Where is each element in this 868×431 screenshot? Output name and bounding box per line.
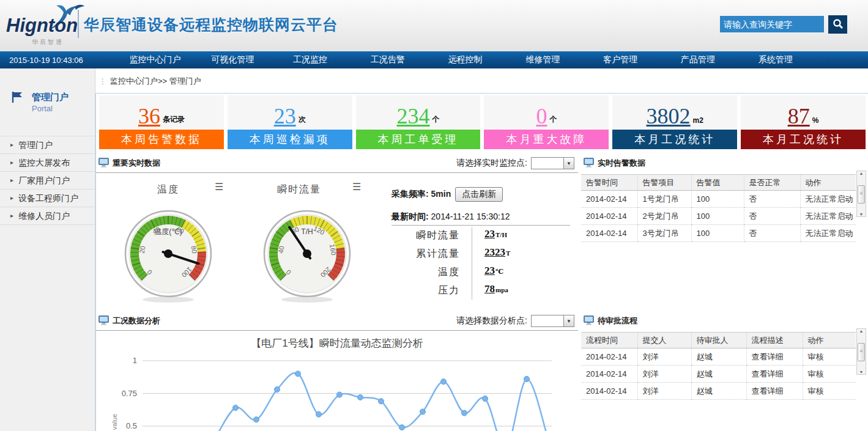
table-row: 2014-02-14 刘洋 赵城 查看详细 审核 [581,366,856,383]
refresh-button[interactable]: 点击刷新 [455,187,503,202]
sidebar-item-bigscreen[interactable]: ▸监控大屏发布 [0,154,95,172]
svg-text:value: value [111,414,118,430]
nav-item-visualization[interactable]: 可视化管理 [194,54,272,65]
reading-row: 瞬时流量 23T/H [391,226,575,245]
stat-value[interactable]: 36 [138,106,160,127]
nav-item-remote-control[interactable]: 远程控制 [426,54,504,65]
stat-card[interactable]: 36条记录 本周告警数据 [99,95,224,149]
analysis-panel-title: 工况数据分析 [113,312,160,330]
column-header: 动作 [800,175,856,191]
cell-alert-time: 2014-02-14 [581,225,637,242]
sidebar-item-engineer-portal[interactable]: ▸设备工程师门户 [0,190,95,207]
table-scrollbar[interactable]: ▲ ≡ ▼ [856,328,866,375]
gauge-temp-svg: 020406080100温度(℃) [116,202,220,306]
nav-item-maintenance[interactable]: 维修管理 [504,54,582,65]
stat-banner: 本周告警数据 [99,130,224,149]
chart-title: 【电厂1号线】瞬时流量动态监测分析 [96,336,578,350]
nav-item-condition-alarm[interactable]: 工况告警 [349,54,426,65]
stat-value[interactable]: 87 [788,106,810,127]
cell-alert-action: 无法正常启动 [800,225,856,242]
view-detail-link[interactable]: 查看详细 [746,348,803,366]
gauge-flow-svg: 04080120160200T/H [255,202,359,306]
scroll-down-icon[interactable]: ▼ [857,212,866,216]
cell-alert-value: 100 [691,225,744,242]
scroll-down-icon[interactable]: ▼ [857,370,866,374]
stat-card[interactable]: 87% 本月工况统计 [741,95,866,149]
stat-unit: 条记录 [163,114,185,125]
search-input[interactable] [720,16,824,32]
reading-value: 78mpa [484,283,508,295]
audit-link[interactable]: 审核 [803,366,856,383]
chevron-down-icon[interactable]: ▼ [563,157,574,169]
triangle-bullet-icon: ▸ [10,172,13,189]
sidebar-item-repair-portal[interactable]: ▸维修人员门户 [0,207,95,225]
clock-text: 2015-10-19 10:43:06 [0,56,116,65]
scrollbar-thumb[interactable]: ≡ [858,343,865,361]
readings-divider [391,225,570,226]
search-button[interactable] [828,15,847,34]
nav-item-product[interactable]: 产品管理 [659,54,736,65]
reading-label: 压力 [391,284,460,297]
stat-card[interactable]: 3802m2 本月工况统计 [612,95,737,149]
scroll-up-icon[interactable]: ▲ [857,171,866,175]
cell-approver: 赵城 [691,383,746,400]
stat-value[interactable]: 234 [397,106,430,127]
realtime-panel: 重要实时数据 请选择实时监控点: ▼ 温度 ☰ 瞬时流量 ☰ 020406080… [96,154,578,309]
column-header: 告警值 [691,175,744,191]
sidebar-item-vendor-portal[interactable]: ▸厂家用户门户 [0,172,95,190]
table-scrollbar[interactable]: ▲ ≡ ▼ [856,171,866,217]
audit-link[interactable]: 审核 [803,383,856,400]
sidebar: 管理门户 Portal ▸管理门户 ▸监控大屏发布 ▸厂家用户门户 ▸设备工程师… [0,68,95,431]
monitor-point-select-label: 请选择实时监控点: [456,158,527,169]
stat-value[interactable]: 3802 [647,106,691,127]
nav-item-customer[interactable]: 客户管理 [582,54,659,65]
stat-card[interactable]: 23次 本周巡检漏项 [228,95,352,149]
stat-value[interactable]: 0 [536,106,547,127]
cell-alert-value: 100 [691,191,744,208]
main-content: ⋮监控中心门户>> 管理门户 36条记录 本周告警数据 23次 本周巡检漏项 2… [95,68,868,431]
cell-alert-normal: 否 [744,208,800,225]
sidebar-item-label: 维修人员门户 [18,211,70,221]
breadcrumb-text: 监控中心门户>> 管理门户 [110,76,201,86]
reading-value: 23℃ [484,265,503,277]
reading-row: 温度 23℃ [391,263,575,281]
view-detail-link[interactable]: 查看详细 [746,366,803,383]
stat-card[interactable]: 0个 本月重大故障 [484,95,609,149]
gauge-menu-icon[interactable]: ☰ [215,183,223,191]
table-row: 2014-02-14 2号龙门吊 100 否 无法正常启动 [581,208,856,225]
sidebar-item-admin-portal[interactable]: ▸管理门户 [0,136,95,154]
realtime-panel-title: 重要实时数据 [113,154,160,172]
monitor-point-select[interactable]: ▼ [531,157,574,169]
gauge-menu-icon[interactable]: ☰ [352,183,361,191]
table-row: 2014-02-14 刘洋 赵城 查看详细 审核 [581,383,856,400]
stat-value[interactable]: 23 [274,106,296,127]
stat-banner: 本周工单受理 [356,130,481,149]
audit-link[interactable]: 审核 [803,348,856,366]
nav-item-condition-monitor[interactable]: 工况监控 [272,54,349,65]
scrollbar-thumb[interactable]: ≡ [858,185,865,204]
search-icon [833,18,844,31]
stat-card[interactable]: 234个 本周工单受理 [356,95,481,149]
analysis-chart-svg: 0.50.751value [96,350,577,431]
cell-approver: 赵城 [691,366,746,383]
analysis-point-select[interactable]: ▼ [531,315,574,327]
nav-item-system[interactable]: 系统管理 [736,54,814,65]
table-row: 2014-02-14 3号龙门吊 100 否 无法正常启动 [581,225,856,242]
svg-text:40: 40 [277,245,286,254]
reading-value: 23T/H [484,228,507,240]
nav-item-monitor-center[interactable]: 监控中心门户 [116,54,194,65]
cell-flow-time: 2014-02-14 [581,366,637,383]
approvals-table: 流程时间 提交人 待审批人 流程描述 动作 2014-02-14 刘洋 赵城 查… [581,332,856,400]
svg-text:T/H: T/H [301,227,313,236]
portal-header: 管理门户 Portal [0,68,95,136]
reading-label: 温度 [391,266,460,279]
scroll-up-icon[interactable]: ▲ [857,329,866,333]
chevron-down-icon[interactable]: ▼ [563,315,574,327]
svg-text:1: 1 [133,356,137,365]
cell-alert-time: 2014-02-14 [581,191,637,208]
cell-flow-time: 2014-02-14 [581,383,637,400]
alerts-panel: 实时告警数据 告警时间 告警项目 告警值 是否正常 动作 2014-02-14 … [581,154,866,309]
sidebar-item-label: 设备工程师门户 [18,193,78,203]
svg-text:80: 80 [190,245,199,254]
view-detail-link[interactable]: 查看详细 [746,383,803,400]
